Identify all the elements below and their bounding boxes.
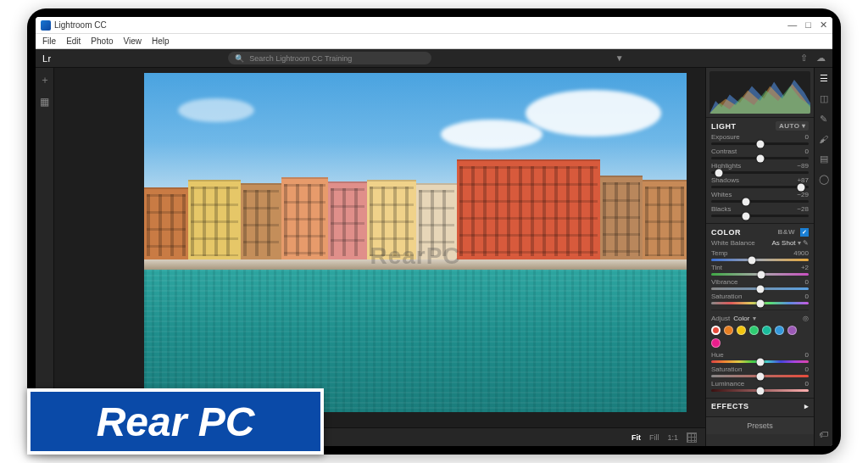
right-toolbar: ☰ ◫ ✎ 🖌 ▤ ◯ 🏷 [814,68,832,446]
search-input[interactable]: 🔍 Search Lightroom CC Training [228,52,431,64]
wb-selector[interactable]: As Shot [772,239,796,247]
color-dot[interactable] [787,326,797,335]
tag-icon[interactable]: 🏷 [819,429,828,439]
color-dot[interactable] [749,326,759,335]
menu-help[interactable]: Help [152,36,170,46]
color-dot[interactable] [711,338,721,348]
blacks-slider[interactable] [711,215,809,217]
minimize-button[interactable]: — [787,20,797,31]
color-check-icon[interactable]: ✓ [800,228,809,237]
histogram[interactable] [709,71,810,114]
saturation-slider[interactable] [711,302,809,304]
color-panel: COLOR B&W ✓ White Balance As Shot ▾ ✎ Te… [706,223,814,398]
heal-brush-icon[interactable]: ✎ [820,114,827,125]
grid-toggle-icon[interactable] [687,432,697,443]
auto-button[interactable]: AUTO▾ [776,121,809,131]
window-title: Lightroom CC [54,20,107,30]
linear-gradient-icon[interactable]: ▤ [820,153,828,165]
crop-icon[interactable]: ◫ [820,93,828,104]
target-adjust-icon[interactable]: ◎ [803,315,809,322]
add-photo-icon[interactable]: ＋ [40,73,50,87]
radial-gradient-icon[interactable]: ◯ [819,174,829,185]
presets-button[interactable]: Presets [706,416,814,434]
image-viewer[interactable]: RearPC [54,68,705,427]
rear-pc-banner: Rear PC [27,388,324,455]
color-dot[interactable] [737,326,746,335]
exposure-slider[interactable] [711,142,809,145]
app-window: Lightroom CC — □ ✕ File Edit Photo View … [36,17,832,446]
view-fill[interactable]: Fill [649,433,659,442]
menu-edit[interactable]: Edit [66,36,81,46]
light-title: LIGHT [711,122,737,131]
color-dot[interactable] [711,326,721,335]
search-icon: 🔍 [235,54,244,63]
menu-file[interactable]: File [42,36,56,46]
luminance-slider[interactable] [711,389,809,392]
whites-slider[interactable] [711,200,809,203]
cloud-icon[interactable]: ☁ [816,53,826,64]
color-dot[interactable] [775,326,784,335]
grid-view-icon[interactable]: ▦ [40,96,49,108]
edit-sliders-icon[interactable]: ☰ [820,73,828,84]
vibrance-slider[interactable] [711,287,809,290]
edit-panel: LIGHT AUTO▾ Exposure0Contrast0Highlights… [706,68,814,446]
shadows-slider[interactable] [711,186,809,188]
tint-slider[interactable] [711,273,809,276]
effects-panel[interactable]: EFFECTS▸ [706,398,814,416]
view-fit[interactable]: Fit [632,433,641,442]
color-mixer-dots [711,326,809,348]
maximize-button[interactable]: □ [805,20,811,31]
color-dot[interactable] [762,326,771,335]
mix-saturation-slider[interactable] [711,375,809,377]
hue-slider[interactable] [711,360,809,363]
share-icon[interactable]: ⇧ [800,53,808,64]
wb-label: White Balance [711,239,755,247]
contrast-slider[interactable] [711,157,809,159]
app-logo-icon [41,20,51,31]
watermark: RearPC [370,243,460,270]
menu-photo[interactable]: Photo [91,36,113,46]
close-button[interactable]: ✕ [820,20,827,31]
titlebar: Lightroom CC — □ ✕ [36,17,832,34]
app-topbar: Lr 🔍 Search Lightroom CC Training ▼ ⇧ ☁ [36,49,832,68]
chevron-down-icon: ▾ [753,315,756,322]
chevron-down-icon: ▾ [802,122,806,130]
view-1to1[interactable]: 1:1 [667,433,678,442]
menubar: File Edit Photo View Help [36,34,832,49]
color-dot[interactable] [724,326,733,335]
search-placeholder: Search Lightroom CC Training [249,54,352,63]
adjust-mode[interactable]: Color [733,315,749,322]
highlights-slider[interactable] [711,171,809,174]
menu-view[interactable]: View [124,36,142,46]
chevron-right-icon: ▸ [804,402,810,410]
filter-icon[interactable]: ▼ [615,53,624,63]
bw-toggle[interactable]: B&W [775,227,798,237]
brush-icon[interactable]: 🖌 [819,134,828,144]
temp-slider[interactable] [711,259,809,261]
light-panel: LIGHT AUTO▾ Exposure0Contrast0Highlights… [706,117,814,223]
eyedropper-icon[interactable]: ✎ [803,239,809,247]
color-title: COLOR [711,228,741,237]
photo: RearPC [144,73,687,412]
lr-logo: Lr [42,53,52,64]
